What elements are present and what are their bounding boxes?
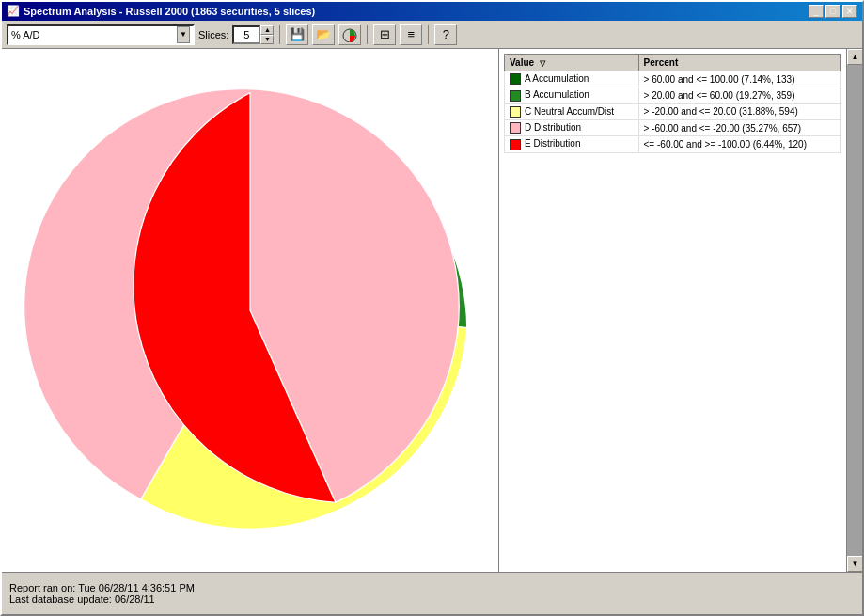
window-title: Spectrum Analysis - Russell 2000 (1863 s… xyxy=(24,6,315,17)
maximize-button[interactable]: □ xyxy=(825,5,840,18)
toolbar-separator-1 xyxy=(279,25,280,44)
pie-container xyxy=(11,58,489,562)
legend-row: C Neutral Accum/Dist> -20.00 and <= 20.0… xyxy=(505,103,841,119)
legend-row-range: > -20.00 and <= 20.00 (31.88%, 594) xyxy=(638,103,840,119)
save-button[interactable]: 💾 xyxy=(286,24,308,45)
title-buttons: _ □ ✕ xyxy=(809,5,857,18)
grid-button[interactable]: ⊞ xyxy=(373,24,396,45)
color-swatch xyxy=(510,106,521,118)
color-swatch xyxy=(510,139,521,150)
help-button[interactable]: ? xyxy=(434,24,457,45)
legend-table: Value ▽ Percent A Accumulation> 60.00 an… xyxy=(504,54,841,153)
title-bar: 📈 Spectrum Analysis - Russell 2000 (1863… xyxy=(2,2,862,21)
legend-header: Value ▽ Percent xyxy=(505,55,841,71)
main-window: 📈 Spectrum Analysis - Russell 2000 (1863… xyxy=(0,0,864,616)
legend-row: A Accumulation> 60.00 and <= 100.00 (7.1… xyxy=(505,71,841,87)
legend-row-range: > 60.00 and <= 100.00 (7.14%, 133) xyxy=(638,71,840,87)
scroll-up-button[interactable]: ▲ xyxy=(847,49,862,65)
sort-icon: ▽ xyxy=(540,59,545,68)
color-swatch xyxy=(510,122,521,134)
open-button[interactable]: 📂 xyxy=(312,24,335,45)
scrollbar: ▲ ▼ xyxy=(846,49,862,572)
title-bar-left: 📈 Spectrum Analysis - Russell 2000 (1863… xyxy=(7,5,315,18)
legend-row-label: B Accumulation xyxy=(505,87,639,103)
pie-chart-svg xyxy=(15,75,485,545)
toolbar-separator-3 xyxy=(428,25,429,44)
indicator-dropdown[interactable]: % A/D ▼ xyxy=(7,24,195,45)
status-line-2: Last database update: 06/28/11 xyxy=(9,593,855,605)
close-button[interactable]: ✕ xyxy=(842,5,857,18)
slices-down-button[interactable]: ▼ xyxy=(260,35,274,44)
color-swatch xyxy=(510,73,521,85)
legend-row-label: E Distribution xyxy=(505,136,639,152)
col-value-header[interactable]: Value ▽ xyxy=(505,55,639,71)
legend-row: E Distribution<= -60.00 and >= -100.00 (… xyxy=(505,136,841,152)
list-button[interactable]: ≡ xyxy=(400,24,422,45)
chart-area xyxy=(2,49,498,572)
toolbar: % A/D ▼ Slices: ▲ ▼ 💾 📂 ⊞ ≡ ? xyxy=(2,21,862,49)
status-line-1: Report ran on: Tue 06/28/11 4:36:51 PM xyxy=(9,582,855,593)
scroll-down-button[interactable]: ▼ xyxy=(847,556,862,572)
legend-row-range: <= -60.00 and >= -100.00 (6.44%, 120) xyxy=(638,136,840,152)
main-content: Value ▽ Percent A Accumulation> 60.00 an… xyxy=(2,49,862,572)
color-swatch xyxy=(510,90,521,102)
slices-control: ▲ ▼ xyxy=(232,25,274,44)
chart-type-button[interactable] xyxy=(338,24,361,45)
status-bar: Report ran on: Tue 06/28/11 4:36:51 PM L… xyxy=(2,572,862,614)
legend-row-range: > -60.00 and <= -20.00 (35.27%, 657) xyxy=(638,120,840,136)
slices-spinner: ▲ ▼ xyxy=(260,25,274,44)
slices-input[interactable] xyxy=(232,25,260,44)
toolbar-separator-2 xyxy=(367,25,368,44)
legend-row-label: C Neutral Accum/Dist xyxy=(505,103,639,119)
legend-area: Value ▽ Percent A Accumulation> 60.00 an… xyxy=(498,49,846,572)
slices-up-button[interactable]: ▲ xyxy=(260,25,274,35)
minimize-button[interactable]: _ xyxy=(809,5,824,18)
legend-row-label: A Accumulation xyxy=(505,71,639,87)
pie-chart-icon xyxy=(341,27,358,42)
scroll-track[interactable] xyxy=(847,65,862,556)
dropdown-arrow[interactable]: ▼ xyxy=(177,26,190,43)
legend-row-range: > 20.00 and <= 60.00 (19.27%, 359) xyxy=(638,87,840,103)
dropdown-value: % A/D xyxy=(11,29,40,40)
legend-row: D Distribution> -60.00 and <= -20.00 (35… xyxy=(505,120,841,136)
legend-row-label: D Distribution xyxy=(505,120,639,136)
app-icon: 📈 xyxy=(7,5,20,18)
legend-row: B Accumulation> 20.00 and <= 60.00 (19.2… xyxy=(505,87,841,103)
slices-label: Slices: xyxy=(198,29,228,40)
col-percent-header[interactable]: Percent xyxy=(638,55,840,71)
